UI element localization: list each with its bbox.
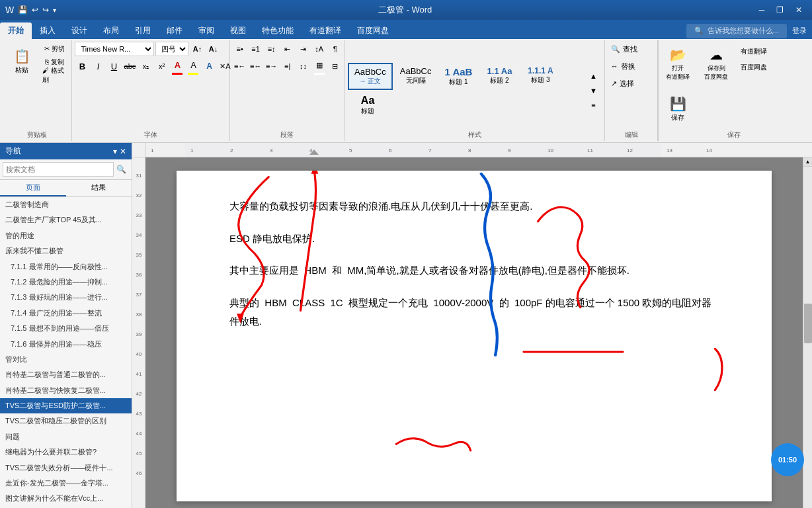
tab-home[interactable]: 开始 [0,22,32,39]
minimize-button[interactable]: ─ [754,3,770,17]
customize-quick-access-icon[interactable]: ▾ [53,7,56,14]
numbering-button[interactable]: ≡1 [249,42,263,56]
sidebar-item-4[interactable]: 7.1.1 最常用的——反向极性... [0,259,132,275]
sidebar-item-11[interactable]: 肖特基二极管与普通二极管的... [0,367,132,382]
tab-review[interactable]: 审阅 [190,22,222,39]
sidebar-item-8[interactable]: 7.1.5 最想不到的用途——倍压 [0,321,132,336]
open-with-youdao[interactable]: 📂 打开有道翻译 [661,44,694,84]
tab-view[interactable]: 视图 [222,22,254,39]
select-button[interactable]: ↗ 选择 [608,76,655,91]
sidebar-close-button[interactable]: ✕ [120,147,126,156]
scroll-up-button[interactable]: ▲ [803,157,813,167]
justify-button[interactable]: ≡| [280,59,295,73]
align-right-button[interactable]: ≡→ [264,59,279,73]
svg-text:41: 41 [136,371,142,377]
save-to-baidu[interactable]: ☁ 保存到百度网盘 [700,44,733,84]
font-color-button[interactable]: A [170,58,184,72]
sidebar-item-3[interactable]: 原来我不懂二极管 [0,243,132,259]
style-normal[interactable]: AaBbCc → 正文 [348,63,393,90]
close-button[interactable]: ✕ [791,3,807,17]
style-h1[interactable]: 1 AaB 标题 1 [438,63,478,90]
strikethrough-button[interactable]: abc [122,59,137,73]
sidebar-item-6[interactable]: 7.1.3 最好玩的用途——进行... [0,290,132,305]
cut-button[interactable]: ✂ 剪切 [40,43,69,55]
sidebar-item-17[interactable]: TVS二极管失效分析——硬件十... [0,460,132,476]
quick-redo-icon[interactable]: ↪ [42,5,49,15]
sidebar-tab-results[interactable]: 结果 [66,180,132,196]
italic-button[interactable]: I [91,59,105,73]
sidebar-item-1[interactable]: 二极管生产厂家TOP 45及其... [0,212,132,228]
ribbon-search-input[interactable]: 告诉我您想要做什么... [708,26,779,36]
sidebar-item-10[interactable]: 管对比 [0,352,132,367]
format-painter-button[interactable]: 🖌 格式刷 [40,69,69,81]
style-h2[interactable]: 1.1 Aa 标题 2 [479,63,519,89]
multilevel-button[interactable]: ≡↕ [264,42,279,56]
sidebar-collapse-icon[interactable]: ▾ [113,147,117,156]
borders-button[interactable]: ⊟ [328,59,343,73]
styles-scroll-down[interactable]: ▼ [586,83,600,98]
sidebar-search-input[interactable] [3,162,114,177]
line-spacing-button[interactable]: ↕↕ [296,59,311,73]
paragraph-3: 其中主要应用是 HBM 和 MM,简单说,就是人或者设备对器件放电(静电),但是… [229,261,719,280]
tab-mailings[interactable]: 邮件 [159,22,190,39]
paste-button[interactable]: 📋 粘贴 [5,42,38,81]
login-button[interactable]: 登录 [792,26,807,36]
sidebar-item-2[interactable]: 管的用途 [0,228,132,243]
tab-design[interactable]: 设计 [63,22,95,39]
scrollbar-track[interactable] [803,167,813,508]
sidebar-item-14[interactable]: TVS二极管和稳压二极管的区别 [0,413,132,429]
text-effects-button[interactable]: A [202,59,216,73]
align-left-button[interactable]: ≡← [233,59,247,73]
sidebar-item-16[interactable]: 继电器为什么要并联二极管? [0,444,132,460]
style-no-spacing[interactable]: AaBbCc 无间隔 [394,63,438,89]
sidebar-search-icon[interactable]: 🔍 [114,165,129,174]
scrollbar-thumb[interactable] [804,304,812,343]
tab-references[interactable]: 引用 [127,22,159,39]
style-title[interactable]: Aa 标题 [348,91,387,119]
bullets-button[interactable]: ≡• [233,42,247,56]
show-hide-button[interactable]: ¶ [328,42,343,56]
sidebar-item-0[interactable]: 二极管制造商 [0,197,132,212]
baidu-netdisk-btn[interactable]: 百度网盘 [738,60,778,75]
sort-button[interactable]: ↕A [312,42,327,56]
sidebar-item-12[interactable]: 肖特基二极管与快恢复二极管... [0,383,132,398]
highlight-button[interactable]: A [186,58,200,72]
tab-special[interactable]: 特色功能 [254,22,302,39]
bold-button[interactable]: B [75,59,89,73]
increase-indent-button[interactable]: ⇥ [296,42,311,56]
increase-font-button[interactable]: A↑ [190,42,204,56]
sidebar-item-13[interactable]: TVS二极管与ESD防护二极管... [0,398,132,413]
doc-scroll-area[interactable]: 大容量的负载投切等因素导致的浪涌.电压从几伏到几十十伏甚至更高. ESD 静电放… [145,157,803,508]
sidebar-item-19[interactable]: 图文讲解为什么不能在Vcc上... [0,491,132,506]
sidebar-item-5[interactable]: 7.1.2 最危险的用途——抑制... [0,275,132,290]
font-size-select[interactable]: 四号 [155,42,188,56]
align-center-button[interactable]: ≡↔ [249,59,263,73]
shading-button[interactable]: ▦ [312,58,327,72]
sidebar-item-9[interactable]: 7.1.6 最怪异的用途——稳压 [0,337,132,352]
save-button[interactable]: 💾 保存 [661,89,694,129]
superscript-button[interactable]: x² [154,59,169,73]
styles-scroll-up[interactable]: ▲ [586,69,600,83]
decrease-indent-button[interactable]: ⇤ [280,42,295,56]
tab-insert[interactable]: 插入 [32,22,63,39]
find-button[interactable]: 🔍 查找 [608,42,655,56]
subscript-button[interactable]: x₂ [138,59,153,73]
youdao-translate-btn[interactable]: 有道翻译 [738,44,778,59]
tab-baidu[interactable]: 百度网盘 [349,22,397,39]
underline-button[interactable]: U [106,59,121,73]
quick-save-icon[interactable]: 💾 [18,5,28,15]
sidebar-tab-pages[interactable]: 页面 [0,180,66,196]
app-logo-icon: W [5,5,14,15]
tab-layout[interactable]: 布局 [95,22,127,39]
restore-button[interactable]: ❐ [772,3,788,17]
sidebar-item-7[interactable]: 7.1.4 最广泛的用途——整流 [0,306,132,321]
font-name-select[interactable]: Times New R... [75,42,154,56]
style-h3[interactable]: 1.1.1 A 标题 3 [520,63,560,88]
tab-youdao[interactable]: 有道翻译 [302,22,349,39]
decrease-font-button[interactable]: A↓ [206,42,220,56]
quick-undo-icon[interactable]: ↩ [32,5,38,15]
styles-more[interactable]: ≡ [586,98,600,112]
replace-button[interactable]: ↔ 替换 [608,59,655,73]
sidebar-item-15[interactable]: 问题 [0,429,132,444]
sidebar-item-18[interactable]: 走近你-发光二极管——金字塔... [0,476,132,491]
